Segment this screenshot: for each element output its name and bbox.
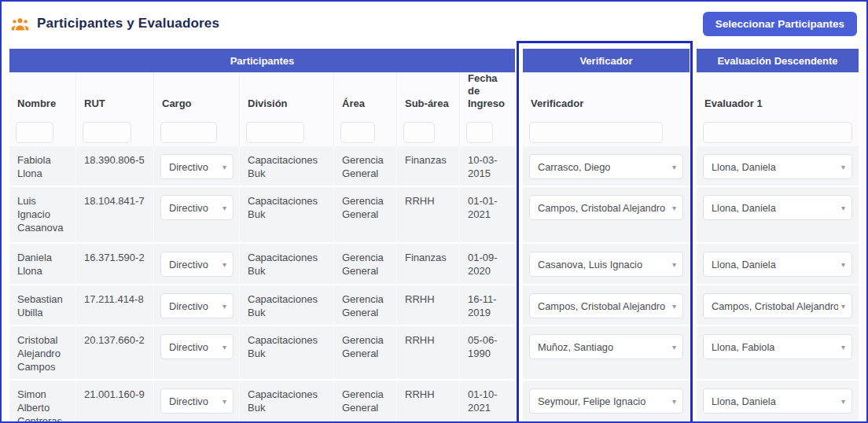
chevron-down-icon: ▾	[672, 340, 676, 354]
filter-cell-evaluador-1	[697, 118, 859, 146]
cargo-select[interactable]: Directivo ▾	[160, 293, 234, 318]
filter-input-evaluador-1[interactable]	[703, 122, 852, 143]
cell-nombre: Daniela Llona	[9, 244, 76, 285]
column-header-division: División	[240, 72, 334, 118]
cell-verificador: Carrasco, Diego ▾	[523, 146, 690, 187]
filter-input-nombre[interactable]	[16, 122, 53, 143]
chevron-down-icon: ▾	[223, 160, 226, 174]
cell-fecha-ingreso: 16-11-2019	[460, 285, 515, 326]
users-group-icon	[11, 17, 29, 31]
cell-subarea: RRHH	[397, 326, 460, 381]
evaluador-1-select-value: Llona, Daniela	[712, 201, 776, 215]
cell-area: Gerencia General	[334, 187, 397, 244]
cargo-select-value: Directivo	[169, 340, 208, 354]
evaluador-1-select[interactable]: Llona, Daniela ▾	[703, 388, 852, 414]
filter-input-subarea[interactable]	[403, 122, 435, 143]
chevron-down-icon: ▾	[841, 258, 845, 271]
cell-rut: 18.104.841-7	[76, 187, 154, 244]
verificador-select[interactable]: Campos, Cristobal Alejandro ▾	[529, 195, 683, 220]
filter-input-area[interactable]	[340, 122, 375, 143]
chevron-down-icon: ▾	[841, 201, 845, 215]
cargo-select[interactable]: Directivo ▾	[160, 154, 234, 179]
chevron-down-icon: ▾	[223, 395, 226, 408]
column-header-area: Área	[334, 72, 397, 118]
cell-area: Gerencia General	[334, 146, 397, 187]
evaluador-1-select[interactable]: Llona, Daniela ▾	[703, 154, 852, 179]
cell-cargo: Directivo ▾	[154, 244, 240, 285]
cell-subarea: Finanzas	[397, 146, 460, 187]
cell-area: Gerencia General	[334, 326, 397, 381]
cargo-select-value: Directivo	[169, 258, 208, 271]
cargo-select[interactable]: Directivo ▾	[160, 252, 234, 277]
evaluador-1-select-value: Llona, Daniela	[712, 395, 776, 408]
verificador-select[interactable]: Carrasco, Diego ▾	[529, 154, 683, 179]
evaluador-1-select[interactable]: Llona, Daniela ▾	[703, 195, 852, 220]
chevron-down-icon: ▾	[672, 258, 676, 271]
cargo-select[interactable]: Directivo ▾	[160, 334, 234, 359]
chevron-down-icon: ▾	[841, 160, 845, 174]
chevron-down-icon: ▾	[672, 395, 676, 408]
evaluador-1-select[interactable]: Campos, Cristobal Alejandro ▾	[703, 293, 852, 318]
cell-nombre: Cristobal Alejandro Campos	[9, 326, 76, 381]
cell-cargo: Directivo ▾	[154, 187, 240, 244]
cell-nombre: Simon Alberto Contreras	[9, 381, 76, 423]
cell-division: Capacitaciones Buk	[240, 285, 334, 326]
chevron-down-icon: ▾	[223, 340, 226, 354]
group-header-evaluacion-descendente: Evaluación Descendente	[697, 49, 859, 72]
filter-input-verificador[interactable]	[529, 122, 663, 143]
verificador-select[interactable]: Seymour, Felipe Ignacio ▾	[529, 388, 683, 414]
evaluador-1-select[interactable]: Llona, Daniela ▾	[703, 252, 852, 277]
verificador-select[interactable]: Campos, Cristobal Alejandro ▾	[529, 293, 683, 318]
evaluador-1-select-value: Llona, Daniela	[712, 258, 776, 271]
cell-cargo: Directivo ▾	[154, 381, 240, 423]
group-header-participantes: Participantes	[9, 49, 515, 72]
verificador-select-value: Carrasco, Diego	[538, 160, 610, 174]
cell-verificador: Campos, Cristobal Alejandro ▾	[523, 187, 690, 244]
filter-input-rut[interactable]	[83, 122, 131, 143]
participants-table: Participantes Verificador Evaluación Des…	[9, 49, 859, 423]
select-participants-button[interactable]: Seleccionar Participantes	[703, 12, 857, 36]
column-header-verificador: Verificador	[523, 72, 690, 118]
cell-fecha-ingreso: 01-01-2021	[460, 187, 515, 244]
cell-verificador: Campos, Cristobal Alejandro ▾	[523, 285, 690, 326]
cargo-select-value: Directivo	[169, 201, 208, 215]
cell-subarea: RRHH	[397, 285, 460, 326]
cell-subarea: RRHH	[397, 187, 460, 244]
cell-area: Gerencia General	[334, 244, 397, 285]
cell-rut: 20.137.660-2	[76, 326, 154, 381]
verificador-select[interactable]: Muñoz, Santiago ▾	[529, 334, 683, 359]
verificador-select[interactable]: Casanova, Luis Ignacio ▾	[529, 252, 683, 277]
cell-area: Gerencia General	[334, 381, 397, 423]
cell-evaluador-1: Campos, Cristobal Alejandro ▾	[697, 285, 859, 326]
cell-division: Capacitaciones Buk	[240, 244, 334, 285]
column-header-fecha-ingreso: Fecha de Ingreso	[460, 72, 515, 118]
evaluador-1-select[interactable]: Llona, Fabiola ▾	[703, 334, 852, 359]
cell-fecha-ingreso: 05-06-1990	[460, 326, 515, 381]
cell-rut: 17.211.414-8	[76, 285, 154, 326]
chevron-down-icon: ▾	[223, 300, 226, 313]
column-header-cargo: Cargo	[154, 72, 240, 118]
cell-fecha-ingreso: 01-10-2021	[460, 381, 515, 423]
filter-input-fecha[interactable]	[466, 122, 493, 143]
filter-cell-area	[334, 118, 397, 146]
cargo-select[interactable]: Directivo ▾	[160, 388, 234, 414]
filter-input-division[interactable]	[246, 122, 304, 143]
chevron-down-icon: ▾	[672, 160, 676, 174]
verificador-select-value: Campos, Cristobal Alejandro	[538, 300, 665, 313]
cell-nombre: Sebastian Ubilla	[9, 285, 76, 326]
filter-cell-cargo	[154, 118, 240, 146]
evaluador-1-select-value: Llona, Fabiola	[712, 340, 774, 354]
cargo-select[interactable]: Directivo ▾	[160, 195, 234, 220]
page-title: Participantes y Evaluadores	[37, 16, 219, 31]
chevron-down-icon: ▾	[672, 300, 676, 313]
cell-rut: 21.001.160-9	[76, 381, 154, 423]
filter-input-cargo[interactable]	[160, 122, 217, 143]
chevron-down-icon: ▾	[223, 258, 226, 271]
cell-verificador: Casanova, Luis Ignacio ▾	[523, 244, 690, 285]
panel-header: Participantes y Evaluadores Seleccionar …	[9, 2, 859, 49]
cell-division: Capacitaciones Buk	[240, 326, 334, 381]
chevron-down-icon: ▾	[841, 340, 845, 354]
verificador-select-value: Seymour, Felipe Ignacio	[538, 395, 645, 408]
verificador-select-value: Casanova, Luis Ignacio	[538, 258, 642, 271]
chevron-down-icon: ▾	[672, 201, 676, 215]
